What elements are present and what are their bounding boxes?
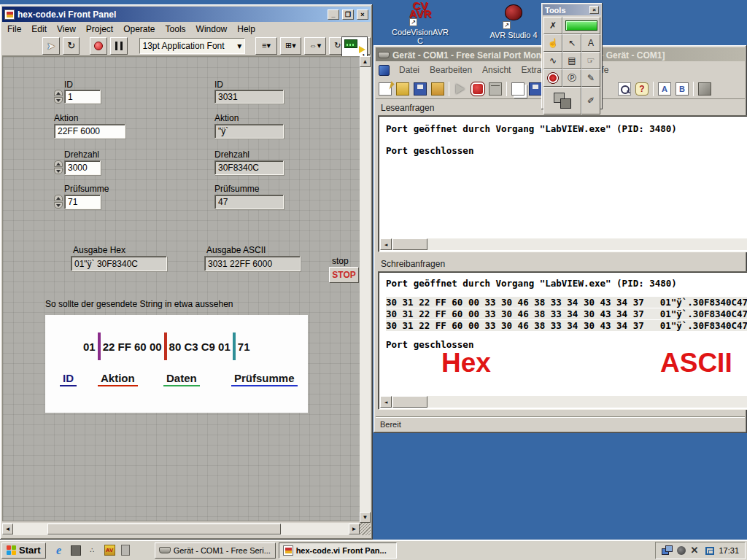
scroll-up-icon[interactable]: ▲ bbox=[360, 56, 371, 67]
scrollbar-thumb[interactable] bbox=[392, 396, 427, 408]
clear-icon[interactable] bbox=[489, 82, 502, 96]
copy-icon[interactable] bbox=[511, 82, 525, 96]
new-session-icon[interactable] bbox=[379, 82, 392, 96]
hex-data-row: 30 31 22 FF 60 00 33 30 46 38 33 34 30 4… bbox=[386, 297, 747, 308]
resize-grip[interactable] bbox=[360, 523, 371, 535]
horizontal-scrollbar[interactable]: ◄ ► bbox=[2, 523, 360, 535]
hex-data-row: 30 31 22 FF 60 00 33 30 46 38 33 34 30 4… bbox=[386, 320, 747, 331]
menu-ansicht[interactable]: Ansicht bbox=[477, 63, 516, 77]
id-input[interactable]: 1 bbox=[64, 90, 101, 104]
menu-help[interactable]: Help bbox=[232, 23, 260, 36]
menu-window[interactable]: Window bbox=[191, 23, 233, 36]
status-led-icon[interactable] bbox=[562, 17, 600, 34]
menu-view[interactable]: View bbox=[52, 23, 81, 36]
calculator-icon[interactable] bbox=[121, 545, 130, 556]
report-b-icon[interactable]: B bbox=[676, 82, 689, 96]
windows-flag-icon bbox=[7, 545, 17, 556]
read-panel-hscrollbar[interactable]: ◄ bbox=[380, 238, 747, 250]
network-icon[interactable] bbox=[662, 545, 673, 556]
position-select-icon[interactable]: ↖ bbox=[562, 34, 581, 52]
drehzahl-input[interactable]: 3000 bbox=[64, 160, 101, 175]
connect-wire-icon[interactable]: ∿ bbox=[543, 52, 562, 69]
object-shortcut-menu-icon[interactable]: ▤ bbox=[562, 52, 581, 69]
menu-operate[interactable]: Operate bbox=[118, 23, 160, 36]
scroll-left-icon[interactable]: ◄ bbox=[380, 238, 392, 250]
run-button[interactable]: ➤ bbox=[42, 37, 60, 55]
menu-file[interactable]: File bbox=[2, 23, 26, 36]
internet-explorer-icon[interactable]: e bbox=[53, 545, 65, 556]
shortcut-arrow-icon: ↗ bbox=[409, 18, 417, 26]
font-selector[interactable]: 13pt Application Font ▾ bbox=[139, 38, 246, 54]
daten-separator bbox=[233, 332, 236, 360]
drehzahl-spinner[interactable] bbox=[54, 160, 63, 174]
scroll-down-icon[interactable]: ▼ bbox=[360, 512, 371, 523]
vertical-scrollbar[interactable]: ▲ ▼ bbox=[360, 56, 371, 523]
window-stack-icon[interactable] bbox=[705, 547, 714, 555]
menu-bearbeiten[interactable]: Bearbeiten bbox=[425, 63, 477, 77]
tools-palette-titlebar[interactable]: Tools × bbox=[543, 4, 601, 15]
menu-edit[interactable]: Edit bbox=[26, 23, 52, 36]
abort-button[interactable] bbox=[90, 37, 107, 55]
distribute-objects-dropdown[interactable]: ⊞▾ bbox=[280, 37, 302, 55]
aktion-input[interactable]: 22FF 6000 bbox=[54, 124, 125, 139]
write-panel-hscrollbar[interactable]: ◄ bbox=[380, 396, 747, 408]
close-icon[interactable]: × bbox=[589, 6, 599, 14]
read-requests-panel[interactable]: Port geöffnet durch Vorgang "LabVIEW.exe… bbox=[378, 115, 747, 252]
scrollbar-thumb[interactable] bbox=[392, 238, 427, 250]
open-icon[interactable] bbox=[396, 82, 409, 96]
report-a-icon[interactable]: A bbox=[658, 82, 671, 96]
run-continuously-button[interactable]: ↻ bbox=[63, 37, 80, 55]
set-breakpoint-icon[interactable] bbox=[543, 69, 562, 87]
menu-project[interactable]: Project bbox=[81, 23, 118, 36]
pruefsumme-input[interactable]: 71 bbox=[64, 195, 101, 209]
preview-icon[interactable] bbox=[618, 82, 631, 96]
scroll-window-icon[interactable]: ☞ bbox=[581, 52, 600, 69]
edit-text-icon[interactable]: A bbox=[581, 34, 600, 52]
output-label: Ausgabe Hex bbox=[73, 245, 125, 255]
save-all-icon[interactable] bbox=[529, 82, 542, 96]
desktop-icon-avr-studio[interactable]: ↗ AVR Studio 4 bbox=[486, 1, 541, 39]
plugin-icon[interactable] bbox=[698, 82, 711, 96]
scrollbar-thumb[interactable] bbox=[47, 524, 281, 534]
scroll-left-icon[interactable]: ◄ bbox=[380, 396, 392, 408]
document-icon bbox=[379, 65, 390, 76]
minimize-button[interactable]: _ bbox=[328, 9, 339, 20]
help-icon[interactable]: ? bbox=[635, 82, 649, 96]
stop-monitoring-icon[interactable] bbox=[471, 82, 484, 96]
resize-objects-dropdown[interactable]: ⇔▾ bbox=[304, 37, 326, 55]
maximize-button[interactable]: ❐ bbox=[342, 9, 354, 20]
pruefsumme-spinner[interactable] bbox=[54, 195, 63, 209]
scroll-right-icon[interactable]: ► bbox=[349, 524, 360, 534]
write-requests-panel[interactable]: Port geöffnet durch Vorgang "LabVIEW.exe… bbox=[378, 271, 747, 410]
close-button[interactable]: × bbox=[357, 9, 368, 20]
task-labview[interactable]: hex-code.vi Front Pan... bbox=[279, 542, 397, 559]
aktion-separator bbox=[164, 332, 167, 360]
probe-data-icon[interactable]: Ⓟ bbox=[562, 69, 581, 87]
start-button[interactable]: Start bbox=[1, 542, 46, 559]
string-format-diagram: 01 22 FF 60 00 80 C3 C9 01 71 ID Aktion … bbox=[45, 315, 308, 413]
codevision-icon[interactable]: AV bbox=[104, 545, 115, 556]
address-book-icon[interactable] bbox=[71, 545, 81, 556]
save-icon[interactable] bbox=[414, 82, 427, 96]
disconnected-network-icon[interactable]: ✕ bbox=[690, 545, 701, 556]
get-color-icon[interactable]: ✎ bbox=[581, 69, 600, 87]
task-serial-monitor[interactable]: Gerät - COM1 - Free Seri... bbox=[155, 542, 276, 559]
align-objects-dropdown[interactable]: ≡▾ bbox=[255, 37, 277, 55]
volume-icon[interactable] bbox=[677, 546, 686, 555]
stop-button[interactable]: STOP bbox=[329, 267, 359, 283]
menu-tools[interactable]: Tools bbox=[160, 23, 191, 36]
scroll-left-icon[interactable]: ◄ bbox=[2, 524, 13, 534]
paintbrush-icon[interactable]: ✐ bbox=[581, 87, 600, 114]
labview-titlebar[interactable]: hex-code.vi Front Panel _ ❐ × bbox=[2, 7, 371, 22]
menu-datei[interactable]: Datei bbox=[394, 63, 425, 77]
set-color-icon[interactable] bbox=[543, 87, 581, 114]
pause-button[interactable] bbox=[110, 37, 128, 55]
id-spinner[interactable] bbox=[54, 90, 63, 104]
export-icon[interactable] bbox=[431, 82, 444, 96]
aktion-indicator: "ÿ` bbox=[214, 124, 284, 139]
status-text: Bereit bbox=[380, 420, 401, 429]
automatic-tool-selection-icon[interactable]: ✗ bbox=[543, 17, 562, 34]
start-monitoring-icon[interactable] bbox=[454, 82, 467, 96]
show-desktop-icon[interactable]: ∴ bbox=[87, 545, 98, 556]
operate-value-icon[interactable]: ☝ bbox=[543, 34, 562, 52]
